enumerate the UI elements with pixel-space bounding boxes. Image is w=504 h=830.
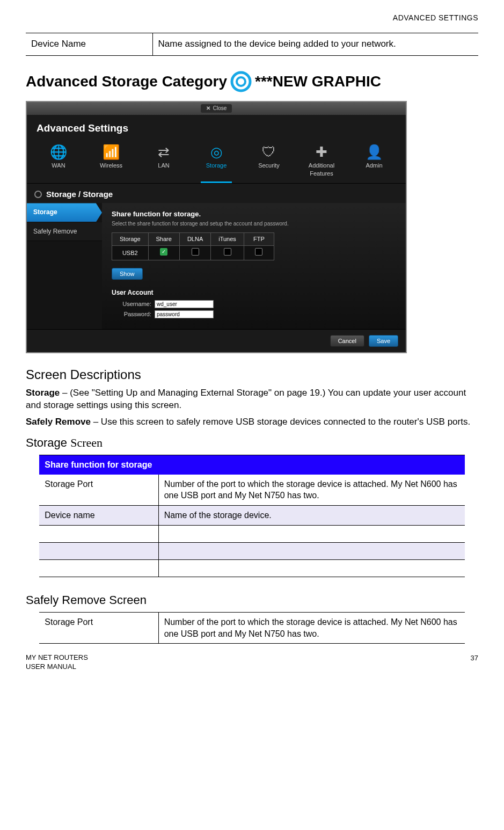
cell-storage-name: USB2 [112,246,149,260]
def-desc: Number of the port to which the storage … [158,613,465,644]
lan-icon: ⇄ [138,144,189,159]
col-storage: Storage [112,233,149,246]
cancel-button[interactable]: Cancel [330,335,364,347]
checkbox-icon [224,248,231,256]
nav-label: Additional Features [309,162,334,177]
safely-remove-definition-table: Storage Port Number of the port to which… [39,612,464,644]
storage-screen-heading: Storage Screen [26,435,478,451]
cell-ftp-checkbox[interactable] [244,246,274,260]
nav-label: LAN [158,162,169,169]
person-icon: 👤 [349,144,399,159]
show-button[interactable]: Show [112,268,143,280]
nav-label: Security [258,162,280,169]
safely-text: – Use this screen to safely remove USB s… [91,417,470,427]
wifi-icon: 📶 [86,144,136,159]
nav-security[interactable]: 🛡Security [243,141,295,183]
page-number: 37 [471,653,478,672]
storage-screen-a: Storage [26,436,70,449]
user-account-title: User Account [112,288,396,297]
sidebar-item-safely-remove[interactable]: Safely Remove [27,222,102,241]
embedded-ui-screenshot: ✕ Close Advanced Settings 🌐WAN 📶Wireless… [26,101,407,354]
empty-cell [158,559,465,577]
ui-window-title: Advanced Settings [27,115,406,137]
nav-admin[interactable]: 👤Admin [348,141,400,183]
ui-footer: Cancel Save [27,329,406,352]
footer-subtitle: USER MANUAL [26,662,88,672]
shield-icon: 🛡 [244,144,294,159]
checkbox-icon [255,248,262,256]
heading-text-left: Advanced Storage Category [26,71,227,92]
nav-wan[interactable]: 🌐WAN [32,141,85,183]
disc-icon: ◎ [191,144,242,159]
col-share: Share [148,233,179,246]
ui-topbar: ✕ Close [27,102,406,115]
empty-cell [39,525,158,542]
def-desc: Number of the port to which the storage … [158,475,465,506]
share-function-definition-table: Share function for storage Storage Port … [39,455,464,577]
nav-label: Wireless [100,162,122,169]
screen-descriptions-heading: Screen Descriptions [26,366,478,383]
def-desc: Name of the storage device. [158,506,465,526]
safely-remove-description: Safely Remove – Use this screen to safel… [26,416,478,428]
breadcrumb-text: Storage / Storage [46,189,113,200]
empty-cell [158,542,465,559]
plus-icon: ✚ [296,144,347,159]
close-button[interactable]: ✕ Close [201,104,232,113]
safely-remove-screen-heading: Safely Remove Screen [26,592,478,608]
def-term: Device Name [26,33,152,55]
nav-lan[interactable]: ⇄LAN [137,141,190,183]
close-icon: ✕ [206,105,210,112]
nav-label: WAN [52,162,65,169]
header-section-label: ADVANCED SETTINGS [26,13,478,23]
share-table: Storage Share DLNA iTunes FTP USB2 [112,232,274,260]
empty-cell [158,525,465,542]
col-dlna: DLNA [179,233,210,246]
footer-title: MY NET ROUTERS [26,653,88,662]
checkbox-checked-icon [160,248,167,256]
empty-cell [39,559,158,577]
safely-bold: Safely Remove [26,417,91,427]
svg-point-0 [232,72,250,91]
cell-dlna-checkbox[interactable] [179,246,210,260]
storage-text: – (See "Setting Up and Managing External… [26,388,466,410]
save-button[interactable]: Save [369,335,398,347]
password-field[interactable] [155,310,214,318]
col-ftp: FTP [244,233,274,246]
password-label: Password: [112,310,151,318]
blue-table-header: Share function for storage [39,455,464,475]
ui-sidebar: Storage Safely Remove [27,203,102,329]
username-label: Username: [112,300,151,308]
nav-label: Storage [206,162,227,169]
nav-label: Admin [366,162,382,169]
ring-icon [34,191,42,198]
storage-screen-b: Screen [70,436,103,449]
panel-subtext: Select the share function for storage an… [112,220,396,228]
panel-heading: Share function for storage. [112,209,396,219]
def-term: Device name [39,506,158,526]
device-name-definition-table: Device Name Name assigned to the device … [26,33,478,56]
storage-bold: Storage [26,388,60,398]
def-term: Storage Port [39,613,158,644]
def-desc: Name assigned to the device being added … [152,33,478,55]
share-row: USB2 [112,246,274,260]
cell-itunes-checkbox[interactable] [211,246,244,260]
checkbox-icon [192,248,199,256]
nav-wireless[interactable]: 📶Wireless [85,141,137,183]
close-label: Close [213,105,227,112]
globe-icon: 🌐 [33,144,84,159]
sidebar-item-storage[interactable]: Storage [27,203,102,222]
def-term: Storage Port [39,475,158,506]
storage-target-icon [230,71,252,92]
ui-breadcrumb: Storage / Storage [27,184,406,203]
page-footer: MY NET ROUTERS USER MANUAL 37 [26,653,478,672]
nav-storage[interactable]: ◎Storage [190,141,243,183]
col-itunes: iTunes [211,233,244,246]
ui-main-panel: Share function for storage. Select the s… [102,203,406,329]
svg-point-1 [237,77,245,86]
cell-share-checkbox[interactable] [148,246,179,260]
nav-additional-features[interactable]: ✚Additional Features [295,141,348,183]
username-field[interactable] [155,300,214,308]
ui-nav: 🌐WAN 📶Wireless ⇄LAN ◎Storage 🛡Security ✚… [27,137,406,183]
empty-cell [39,542,158,559]
heading-text-right: ***NEW GRAPHIC [255,71,381,92]
